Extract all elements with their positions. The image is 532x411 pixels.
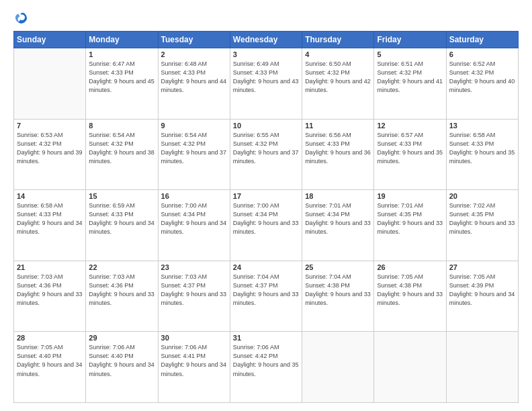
weekday-header-tuesday: Tuesday [158, 32, 230, 48]
weekday-header-wednesday: Wednesday [230, 32, 302, 48]
calendar-cell: 8Sunrise: 6:54 AMSunset: 4:32 PMDaylight… [86, 119, 158, 190]
calendar-cell: 21Sunrise: 7:03 AMSunset: 4:36 PMDayligh… [14, 261, 86, 332]
calendar-cell: 20Sunrise: 7:02 AMSunset: 4:35 PMDayligh… [446, 190, 518, 261]
day-number: 6 [449, 50, 515, 58]
day-number: 15 [89, 192, 154, 200]
day-number: 8 [89, 122, 154, 130]
day-info: Sunrise: 7:04 AMSunset: 4:37 PMDaylight:… [233, 273, 299, 308]
page: SundayMondayTuesdayWednesdayThursdayFrid… [0, 0, 532, 411]
day-number: 20 [449, 192, 515, 200]
calendar-cell: 15Sunrise: 6:59 AMSunset: 4:33 PMDayligh… [86, 190, 158, 261]
calendar-cell: 28Sunrise: 7:05 AMSunset: 4:40 PMDayligh… [14, 332, 86, 403]
day-number: 19 [377, 192, 443, 200]
day-info: Sunrise: 6:51 AMSunset: 4:32 PMDaylight:… [377, 60, 443, 95]
day-number: 7 [17, 122, 83, 130]
day-number: 9 [161, 122, 227, 130]
day-number: 11 [305, 122, 371, 130]
logo [13, 11, 31, 26]
day-info: Sunrise: 6:48 AMSunset: 4:33 PMDaylight:… [161, 60, 227, 95]
day-info: Sunrise: 6:56 AMSunset: 4:33 PMDaylight:… [305, 131, 371, 166]
day-info: Sunrise: 6:47 AMSunset: 4:33 PMDaylight:… [89, 60, 154, 95]
day-number: 25 [305, 263, 371, 271]
day-number: 26 [377, 263, 443, 271]
day-info: Sunrise: 7:03 AMSunset: 4:36 PMDaylight:… [17, 273, 83, 308]
day-number: 3 [233, 50, 299, 58]
calendar-cell: 27Sunrise: 7:05 AMSunset: 4:39 PMDayligh… [446, 261, 518, 332]
calendar-cell: 19Sunrise: 7:01 AMSunset: 4:35 PMDayligh… [374, 190, 446, 261]
day-number: 4 [305, 50, 371, 58]
calendar-cell: 16Sunrise: 7:00 AMSunset: 4:34 PMDayligh… [158, 190, 230, 261]
day-number: 14 [17, 192, 83, 200]
day-info: Sunrise: 6:58 AMSunset: 4:33 PMDaylight:… [17, 201, 83, 236]
day-info: Sunrise: 7:01 AMSunset: 4:35 PMDaylight:… [377, 201, 443, 236]
calendar-cell: 31Sunrise: 7:06 AMSunset: 4:42 PMDayligh… [230, 332, 302, 403]
calendar-cell: 13Sunrise: 6:58 AMSunset: 4:33 PMDayligh… [446, 119, 518, 190]
day-info: Sunrise: 7:01 AMSunset: 4:34 PMDaylight:… [305, 201, 371, 236]
calendar-cell: 26Sunrise: 7:05 AMSunset: 4:38 PMDayligh… [374, 261, 446, 332]
day-number: 5 [377, 50, 443, 58]
weekday-header-sunday: Sunday [14, 32, 86, 48]
day-number: 17 [233, 192, 299, 200]
calendar-cell: 11Sunrise: 6:56 AMSunset: 4:33 PMDayligh… [302, 119, 374, 190]
calendar-cell: 1Sunrise: 6:47 AMSunset: 4:33 PMDaylight… [86, 48, 158, 120]
calendar-cell: 29Sunrise: 7:06 AMSunset: 4:40 PMDayligh… [86, 332, 158, 403]
day-number: 29 [89, 334, 154, 342]
calendar-cell: 5Sunrise: 6:51 AMSunset: 4:32 PMDaylight… [374, 48, 446, 120]
day-info: Sunrise: 7:06 AMSunset: 4:40 PMDaylight:… [89, 343, 154, 378]
calendar-cell: 10Sunrise: 6:55 AMSunset: 4:32 PMDayligh… [230, 119, 302, 190]
week-row-3: 14Sunrise: 6:58 AMSunset: 4:33 PMDayligh… [14, 190, 519, 261]
day-info: Sunrise: 6:58 AMSunset: 4:33 PMDaylight:… [449, 131, 515, 166]
day-number: 16 [161, 192, 227, 200]
calendar-cell [446, 332, 518, 403]
week-row-5: 28Sunrise: 7:05 AMSunset: 4:40 PMDayligh… [14, 332, 519, 403]
calendar-cell [14, 48, 86, 120]
day-info: Sunrise: 7:06 AMSunset: 4:41 PMDaylight:… [161, 343, 227, 378]
day-info: Sunrise: 7:06 AMSunset: 4:42 PMDaylight:… [233, 343, 299, 378]
day-number: 18 [305, 192, 371, 200]
day-info: Sunrise: 6:49 AMSunset: 4:33 PMDaylight:… [233, 60, 299, 95]
week-row-4: 21Sunrise: 7:03 AMSunset: 4:36 PMDayligh… [14, 261, 519, 332]
day-info: Sunrise: 7:03 AMSunset: 4:37 PMDaylight:… [161, 273, 227, 308]
day-number: 1 [89, 50, 154, 58]
weekday-header-friday: Friday [374, 32, 446, 48]
week-row-1: 1Sunrise: 6:47 AMSunset: 4:33 PMDaylight… [14, 48, 519, 120]
calendar-cell: 22Sunrise: 7:03 AMSunset: 4:36 PMDayligh… [86, 261, 158, 332]
day-number: 22 [89, 263, 154, 271]
day-number: 12 [377, 122, 443, 130]
calendar-cell: 25Sunrise: 7:04 AMSunset: 4:38 PMDayligh… [302, 261, 374, 332]
day-number: 2 [161, 50, 227, 58]
calendar-cell: 23Sunrise: 7:03 AMSunset: 4:37 PMDayligh… [158, 261, 230, 332]
day-info: Sunrise: 6:55 AMSunset: 4:32 PMDaylight:… [233, 131, 299, 166]
day-info: Sunrise: 6:59 AMSunset: 4:33 PMDaylight:… [89, 201, 154, 236]
day-number: 21 [17, 263, 83, 271]
calendar-cell: 30Sunrise: 7:06 AMSunset: 4:41 PMDayligh… [158, 332, 230, 403]
calendar-cell: 4Sunrise: 6:50 AMSunset: 4:32 PMDaylight… [302, 48, 374, 120]
day-info: Sunrise: 6:57 AMSunset: 4:33 PMDaylight:… [377, 131, 443, 166]
day-info: Sunrise: 7:05 AMSunset: 4:40 PMDaylight:… [17, 343, 83, 378]
calendar-cell: 14Sunrise: 6:58 AMSunset: 4:33 PMDayligh… [14, 190, 86, 261]
day-number: 28 [17, 334, 83, 342]
day-info: Sunrise: 7:00 AMSunset: 4:34 PMDaylight:… [233, 201, 299, 236]
week-row-2: 7Sunrise: 6:53 AMSunset: 4:32 PMDaylight… [14, 119, 519, 190]
day-number: 31 [233, 334, 299, 342]
weekday-header-saturday: Saturday [446, 32, 518, 48]
calendar-cell: 12Sunrise: 6:57 AMSunset: 4:33 PMDayligh… [374, 119, 446, 190]
logo-icon [13, 11, 28, 26]
day-number: 24 [233, 263, 299, 271]
weekday-header-row: SundayMondayTuesdayWednesdayThursdayFrid… [14, 32, 519, 48]
weekday-header-thursday: Thursday [302, 32, 374, 48]
calendar-cell: 6Sunrise: 6:52 AMSunset: 4:32 PMDaylight… [446, 48, 518, 120]
day-number: 30 [161, 334, 227, 342]
calendar-cell: 3Sunrise: 6:49 AMSunset: 4:33 PMDaylight… [230, 48, 302, 120]
day-info: Sunrise: 6:53 AMSunset: 4:32 PMDaylight:… [17, 131, 83, 166]
day-info: Sunrise: 7:00 AMSunset: 4:34 PMDaylight:… [161, 201, 227, 236]
calendar-cell: 9Sunrise: 6:54 AMSunset: 4:32 PMDaylight… [158, 119, 230, 190]
calendar-cell: 2Sunrise: 6:48 AMSunset: 4:33 PMDaylight… [158, 48, 230, 120]
calendar-cell: 24Sunrise: 7:04 AMSunset: 4:37 PMDayligh… [230, 261, 302, 332]
calendar-cell: 18Sunrise: 7:01 AMSunset: 4:34 PMDayligh… [302, 190, 374, 261]
day-info: Sunrise: 7:05 AMSunset: 4:39 PMDaylight:… [449, 273, 515, 308]
day-info: Sunrise: 7:05 AMSunset: 4:38 PMDaylight:… [377, 273, 443, 308]
day-number: 23 [161, 263, 227, 271]
day-info: Sunrise: 6:54 AMSunset: 4:32 PMDaylight:… [161, 131, 227, 166]
weekday-header-monday: Monday [86, 32, 158, 48]
